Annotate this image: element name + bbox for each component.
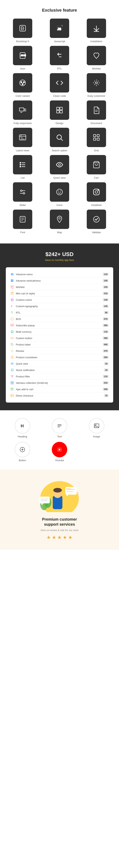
pricing-name-multi-currency: Multi currency: [16, 330, 32, 333]
svg-rect-93: [12, 383, 13, 384]
pricing-row-direct-checkout: Direct checkout 7$: [10, 393, 109, 399]
feature-label-instafeed: Instafeed: [91, 204, 102, 207]
feature-label-icons: Icons: [56, 204, 63, 207]
svg-rect-90: [11, 381, 12, 383]
feature-label-latest-news: Latest news: [16, 149, 29, 152]
pricing-badge-box: 07$: [103, 317, 109, 320]
svg-point-65: [11, 299, 13, 301]
feature-label-bootstrap5: Bootstrap 5: [16, 40, 29, 43]
pricing-row-custom-button: Custom button 09$: [10, 335, 109, 341]
support-illustration-svg: ★★★★: [38, 477, 81, 512]
pricing-name-product-filter: Product filter: [16, 375, 30, 378]
svg-point-13: [95, 82, 97, 84]
pricing-save: Save on monthly app fees: [6, 258, 113, 261]
blocks-grid: H Heading Text: [6, 418, 113, 462]
svg-point-45: [23, 192, 25, 194]
svg-rect-19: [56, 111, 59, 113]
pricing-name-direct-checkout: Direct checkout: [16, 394, 33, 397]
pricing-name-custom-typography: Custom-typography: [16, 305, 38, 308]
pricing-name-ajax-add-to-cart: Ajax add to cart: [16, 388, 33, 391]
javascript-icon: JS: [56, 24, 63, 32]
pricing-badge-stock-notification: 1$: [104, 369, 109, 372]
pricing-row-multi-currency: $ Multi currency 11$: [10, 329, 109, 335]
pricing-name-rtl: RTL: [16, 311, 21, 314]
feature-rtl: RTL: [43, 46, 77, 70]
svg-point-50: [95, 191, 97, 193]
feature-easy-customize: Easy customize: [79, 73, 113, 97]
svg-point-86: [12, 363, 12, 364]
map-icon: [56, 215, 63, 223]
feature-validate: Validate: [79, 210, 113, 234]
block-label-heading: Heading: [18, 435, 27, 438]
star-icon: [10, 349, 14, 352]
svg-point-68: [12, 300, 12, 301]
checkout-icon: [10, 394, 14, 397]
svg-text:$: $: [12, 331, 12, 333]
svg-rect-33: [97, 138, 99, 140]
pricing-name-wishlist: Wishlist: [16, 286, 25, 288]
star-5: ★: [68, 535, 73, 540]
svg-line-29: [61, 139, 63, 141]
pricing-row-quick-view: Quick view 1$: [10, 361, 109, 367]
feature-icon-installation: [87, 19, 106, 38]
svg-rect-20: [60, 111, 63, 113]
pricing-badge-wishlist: 12$: [103, 285, 109, 288]
quick-view-pricing-icon: [10, 362, 14, 365]
feature-icon-font: [13, 210, 32, 229]
pricing-badge-product-label: 09$: [103, 343, 109, 346]
svg-point-66: [11, 300, 12, 300]
pricing-name-product-countdown: Product countdown: [16, 356, 37, 359]
support-illustration: ★★★★: [38, 477, 81, 512]
pricing-badge-quick-view: 1$: [104, 362, 109, 365]
bootstrap-icon: [19, 24, 27, 32]
svg-rect-63: [13, 279, 13, 282]
pricing-badge-advance-verticalmenu: 10$: [103, 279, 109, 282]
svg-text:JSON: JSON: [21, 54, 26, 57]
pricing-row-stock-notification: Stock notification 1$: [10, 367, 109, 373]
block-icon-image: [89, 418, 104, 434]
pricing-name-subscribe-popup: Subscribe popup: [16, 324, 35, 327]
svg-rect-31: [97, 134, 99, 137]
pricing-row-product-filter: Product filter 11$: [10, 373, 109, 380]
svg-point-51: [98, 190, 98, 190]
block-youtube: Youtube: [52, 442, 67, 462]
feature-label-slider: Slider: [19, 204, 26, 207]
pricing-name-mini-cart: Mini cart (4 style): [16, 292, 35, 295]
pricing-badge-direct-checkout: 7$: [104, 394, 109, 397]
svg-rect-62: [12, 279, 12, 282]
svg-rect-30: [93, 134, 96, 137]
countdown-icon: [10, 355, 14, 359]
pricing-name-product-label: Product label: [16, 343, 31, 346]
search-option-icon: [56, 133, 63, 141]
svg-rect-58: [11, 273, 13, 274]
pricing-name-custom-button: Custom button: [16, 337, 32, 340]
feature-label-rtl: RTL: [57, 67, 62, 70]
feature-label-validate: Validate: [92, 231, 101, 234]
pricing-row-varriaus-collection: Varriaus collection (Grid/List) 01$: [10, 380, 109, 386]
star-1: ★: [46, 535, 51, 540]
features-grid: Bootstrap 5 JS Javascript I: [6, 19, 113, 234]
feature-label-javascript: Javascript: [54, 40, 65, 43]
filter-icon: [10, 375, 14, 378]
svg-point-67: [12, 300, 13, 300]
feature-icon-list: [13, 155, 32, 174]
icons-icon: [56, 188, 63, 196]
svg-point-28: [57, 135, 62, 140]
feature-label-clean-code: Clean code: [53, 94, 66, 97]
pricing-badge-product-countdown: 20$: [103, 356, 109, 359]
feature-label-map: Map: [57, 231, 62, 234]
pricing-name-custom-colors: Custom-colors: [16, 299, 32, 301]
pricing-amount: $242+ USD: [6, 251, 113, 257]
block-button: Button: [15, 442, 30, 462]
feature-icon-bootstrap5: [13, 19, 32, 38]
block-icon-button: [15, 442, 30, 457]
feature-slider: Slider: [6, 182, 40, 207]
button-block-icon: [19, 446, 26, 453]
pricing-row-custom-colors: Custom-colors 14$: [10, 297, 109, 303]
pricing-badge-custom-typography: 14$: [103, 305, 109, 308]
block-label-image: Image: [93, 435, 100, 438]
feature-icon-wishlist: [87, 46, 106, 65]
feature-icon-cart: [87, 155, 106, 174]
svg-rect-18: [60, 107, 63, 110]
rtl-icon: [56, 52, 63, 59]
